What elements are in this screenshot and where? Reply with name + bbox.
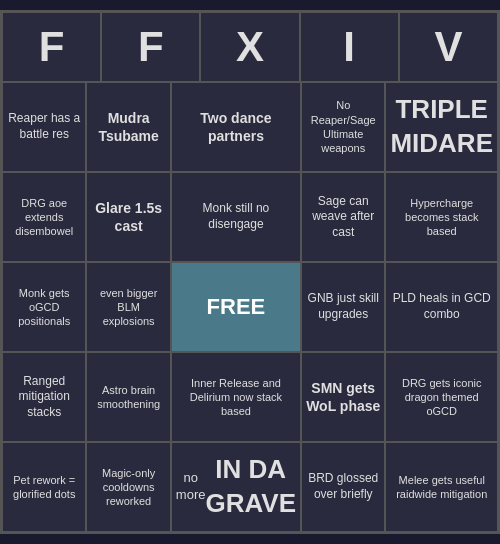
cell-1-2: Monk still no disengage bbox=[171, 172, 301, 262]
cell-3-0: Ranged mitigation stacks bbox=[2, 352, 86, 442]
cell-1-3: Sage can weave after cast bbox=[301, 172, 385, 262]
header-letter: V bbox=[399, 12, 498, 82]
cell-1-1: Glare 1.5s cast bbox=[86, 172, 170, 262]
cell-3-4: DRG gets iconic dragon themed oGCD bbox=[385, 352, 498, 442]
cell-0-4: TRIPLE MIDARE bbox=[385, 82, 498, 172]
bingo-header: FFXIV bbox=[2, 12, 498, 82]
cell-1-0: DRG aoe extends disembowel bbox=[2, 172, 86, 262]
cell-3-1: Astro brain smoothening bbox=[86, 352, 170, 442]
cell-4-1: Magic-only cooldowns reworked bbox=[86, 442, 170, 532]
cell-0-2: Two dance partners bbox=[171, 82, 301, 172]
header-letter: X bbox=[200, 12, 299, 82]
cell-0-0: Reaper has a battle res bbox=[2, 82, 86, 172]
cell-2-4: PLD heals in GCD combo bbox=[385, 262, 498, 352]
cell-2-2: FREE bbox=[171, 262, 301, 352]
cell-4-4: Melee gets useful raidwide mitigation bbox=[385, 442, 498, 532]
header-letter: F bbox=[101, 12, 200, 82]
cell-1-4: Hypercharge becomes stack based bbox=[385, 172, 498, 262]
cell-4-0: Pet rework = glorified dots bbox=[2, 442, 86, 532]
cell-4-3: BRD glossed over briefly bbox=[301, 442, 385, 532]
cell-2-1: even bigger BLM explosions bbox=[86, 262, 170, 352]
bingo-grid: Reaper has a battle resMudra TsubameTwo … bbox=[2, 82, 498, 532]
cell-4-2: no moreIN DA GRAVE bbox=[171, 442, 301, 532]
bingo-card: FFXIV Reaper has a battle resMudra Tsuba… bbox=[0, 10, 500, 534]
header-letter: F bbox=[2, 12, 101, 82]
cell-2-3: GNB just skill upgrades bbox=[301, 262, 385, 352]
header-letter: I bbox=[300, 12, 399, 82]
cell-0-3: No Reaper/Sage Ultimate weapons bbox=[301, 82, 385, 172]
cell-2-0: Monk gets oGCD positionals bbox=[2, 262, 86, 352]
cell-0-1: Mudra Tsubame bbox=[86, 82, 170, 172]
cell-3-3: SMN gets WoL phase bbox=[301, 352, 385, 442]
cell-3-2: Inner Release and Delirium now stack bas… bbox=[171, 352, 301, 442]
